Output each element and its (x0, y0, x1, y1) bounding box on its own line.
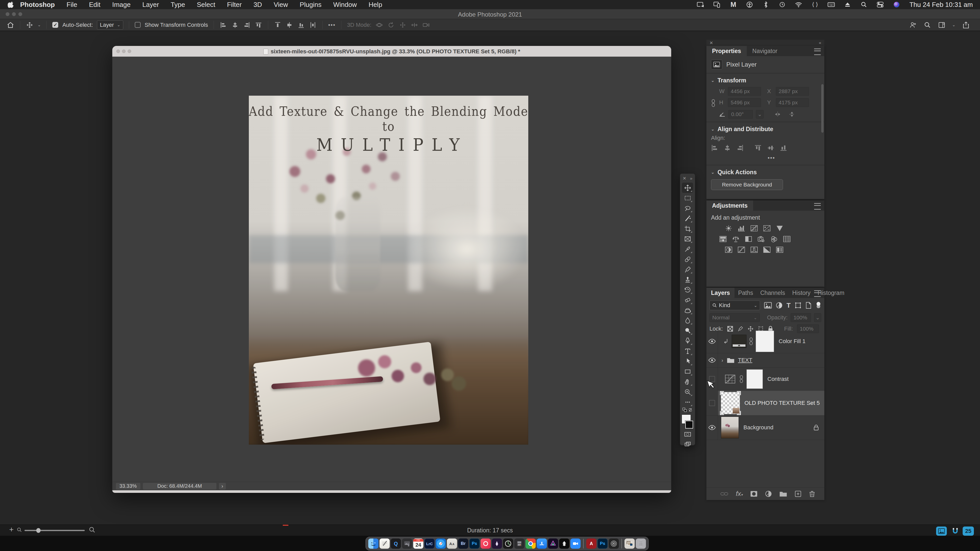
dock-shutter-app[interactable] (503, 538, 513, 549)
tab-paths[interactable]: Paths (735, 288, 757, 298)
exposure-icon[interactable] (762, 224, 772, 233)
hue-saturation-icon[interactable] (718, 234, 729, 244)
layer-name[interactable]: Color Fill 1 (779, 338, 805, 345)
zoom-tool[interactable] (682, 387, 693, 397)
texture-layer-thumbnail[interactable] (721, 392, 740, 414)
distribute-top-icon[interactable] (274, 21, 282, 29)
quick-mask-icon[interactable] (682, 429, 693, 439)
dock-trash[interactable] (636, 538, 646, 549)
siri-icon[interactable] (893, 1, 900, 8)
group-expand-chevron[interactable]: › (721, 357, 723, 363)
filter-type-layers-icon[interactable]: T (787, 302, 791, 310)
screen-mode-icon[interactable] (682, 439, 693, 449)
y-field[interactable]: 4175 px (776, 98, 809, 107)
marquee-tool[interactable] (682, 193, 693, 203)
time-machine-icon[interactable] (779, 1, 786, 8)
menu-help[interactable]: Help (363, 1, 388, 9)
canvas-area[interactable]: Add Texture & Change the Blending Mode t… (112, 57, 671, 482)
dock-font-book[interactable]: AA (447, 538, 457, 549)
object-selection-tool[interactable] (682, 213, 693, 224)
dock-screen-app[interactable] (402, 538, 412, 549)
dock-calendar[interactable]: FRI 24 (413, 538, 423, 549)
dock-inkscape[interactable] (559, 538, 570, 549)
transform-section-label[interactable]: Transform (718, 77, 746, 84)
layer-row-text-group[interactable]: › TEXT (706, 353, 824, 368)
workspace-switcher-icon[interactable] (938, 21, 945, 29)
flip-horizontal-icon[interactable] (774, 111, 781, 118)
color-balance-icon[interactable] (730, 234, 741, 244)
status-chevron-button[interactable]: › (219, 483, 226, 489)
layer-row-texture-selected[interactable]: OLD PHOTO TEXTURE Set 5 (706, 391, 824, 416)
background-color-swatch[interactable] (685, 421, 693, 429)
delete-layer-icon[interactable] (809, 491, 815, 497)
brightness-contrast-icon[interactable] (723, 224, 734, 233)
timeline-zoom-slider[interactable] (24, 530, 85, 531)
layer-mask-thumbnail[interactable] (746, 369, 763, 389)
history-brush-tool[interactable] (682, 285, 693, 295)
eject-icon[interactable] (844, 1, 851, 8)
menu-select[interactable]: Select (191, 1, 221, 9)
keyboard-switcher-icon[interactable] (828, 1, 835, 8)
screen-mirroring-icon[interactable] (697, 1, 704, 8)
align-left-edges-icon[interactable] (220, 21, 227, 29)
black-white-icon[interactable] (743, 234, 754, 244)
visibility-toggle-off[interactable] (709, 400, 715, 406)
auto-select-dropdown[interactable]: Layer⌄ (97, 21, 123, 30)
dock-finder[interactable] (368, 538, 379, 549)
rectangle-tool[interactable] (682, 366, 693, 376)
gradient-tool[interactable] (682, 305, 693, 315)
align-more-button[interactable]: ••• (706, 152, 824, 161)
dock-app-store[interactable] (537, 538, 547, 549)
dodge-tool[interactable] (682, 326, 693, 336)
document-title-bar[interactable]: sixteen-miles-out-0I75875sRVU-unsplash.j… (112, 46, 671, 57)
link-layers-icon[interactable] (721, 492, 728, 496)
menu-view[interactable]: View (268, 1, 294, 9)
align-left-icon[interactable] (711, 144, 718, 151)
layer-row-background[interactable]: Background (706, 415, 824, 440)
menu-edit[interactable]: Edit (83, 1, 107, 9)
dock-capture-one[interactable] (609, 538, 619, 549)
dock-acrobat[interactable]: A (586, 538, 597, 549)
new-group-icon[interactable] (780, 491, 787, 497)
dock-zoom[interactable] (570, 538, 581, 549)
properties-menu-icon[interactable] (814, 48, 821, 55)
options-more-button[interactable]: ••• (328, 22, 336, 28)
gradient-map-icon[interactable] (762, 245, 772, 254)
layer-styles-icon[interactable]: fx▾ (736, 490, 743, 498)
layer-name[interactable]: OLD PHOTO TEXTURE Set 5 (745, 400, 820, 407)
vibrance-icon[interactable] (774, 224, 785, 233)
filter-shape-layers-icon[interactable] (795, 302, 801, 309)
bluetooth-icon[interactable] (762, 1, 770, 8)
panel-collapse-icon[interactable]: « (819, 40, 821, 45)
new-adjustment-layer-icon[interactable] (765, 491, 772, 497)
hand-tool[interactable] (682, 376, 693, 387)
filter-adjustment-layers-icon[interactable] (776, 302, 783, 309)
layer-name[interactable]: Contrast (767, 376, 789, 383)
layer-name[interactable]: TEXT (738, 357, 752, 364)
distribute-bottom-icon[interactable] (298, 21, 305, 29)
channel-mixer-icon[interactable] (769, 234, 780, 244)
menu-image[interactable]: Image (106, 1, 136, 9)
flip-vertical-icon[interactable] (789, 111, 795, 118)
workspace-chevron[interactable]: ⌄ (952, 22, 956, 27)
tab-channels[interactable]: Channels (757, 288, 789, 298)
distribute-vcenter-icon[interactable] (286, 21, 293, 29)
crop-tool[interactable] (682, 224, 693, 233)
rotate-dropdown[interactable]: ⌄ (756, 110, 764, 119)
tab-navigator[interactable]: Navigator (747, 46, 783, 56)
dock-quicktime[interactable]: Q (391, 538, 401, 549)
levels-icon[interactable] (736, 224, 747, 233)
height-field[interactable]: 5496 px (728, 98, 761, 107)
move-tool[interactable] (682, 183, 693, 193)
curves-icon[interactable] (749, 224, 759, 233)
sidecar-device-icon[interactable] (713, 1, 721, 8)
tab-adjustments[interactable]: Adjustments (706, 200, 753, 211)
move-tool-options-icon[interactable] (26, 21, 33, 29)
brush-tool[interactable] (682, 264, 693, 275)
dock-red-app[interactable] (480, 538, 491, 549)
mask-link-icon[interactable] (749, 338, 753, 345)
dock-pixelmator[interactable] (548, 538, 558, 549)
dock-downloads-stack[interactable]: Ps (625, 538, 635, 549)
adjustments-menu-icon[interactable] (814, 203, 821, 210)
blur-tool[interactable] (682, 315, 693, 326)
